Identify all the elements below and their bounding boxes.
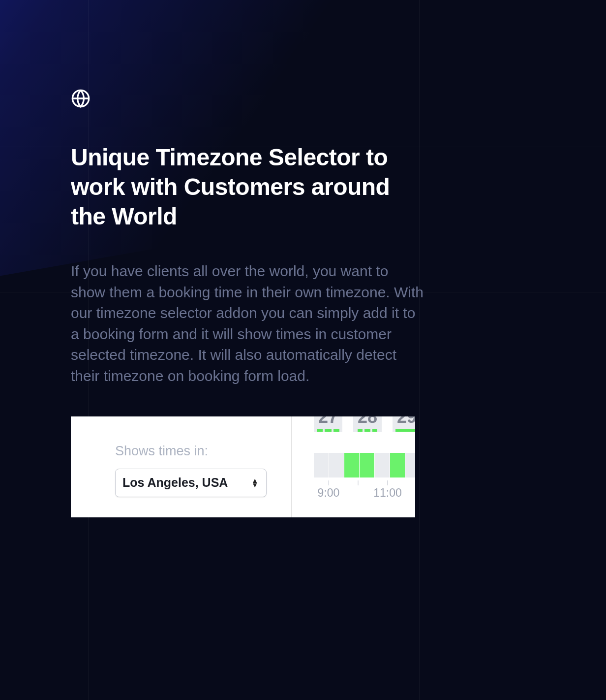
date-number: 27 — [314, 416, 342, 428]
time-slot[interactable] — [405, 453, 415, 477]
time-slot[interactable] — [360, 453, 374, 477]
select-caret-icon: ▲▼ — [251, 479, 258, 487]
timezone-select[interactable]: Los Angeles, USA ▲▼ — [115, 469, 267, 497]
content-container: Unique Timezone Selector to work with Cu… — [0, 0, 606, 517]
date-availability-dots — [353, 428, 382, 432]
availability-panel: 27 28 29 — [292, 416, 415, 517]
time-label: 9:00 — [318, 486, 340, 500]
date-row: 27 28 29 — [292, 416, 415, 432]
time-slot[interactable] — [314, 453, 329, 477]
date-number: 29 — [393, 416, 415, 428]
feature-description: If you have clients all over the world, … — [71, 261, 425, 387]
time-label: 11:00 — [373, 486, 402, 500]
time-tick — [358, 480, 359, 486]
date-availability-dots — [393, 428, 415, 432]
date-cell[interactable]: 28 — [353, 416, 382, 432]
date-number: 28 — [353, 416, 382, 428]
time-axis: 9:00 11:00 — [292, 480, 415, 500]
globe-icon — [71, 89, 91, 108]
date-cell[interactable]: 27 — [314, 416, 342, 432]
time-slot[interactable] — [375, 453, 390, 477]
time-slot[interactable] — [329, 453, 344, 477]
time-slot[interactable] — [390, 453, 405, 477]
time-slots-row — [292, 453, 415, 477]
feature-title: Unique Timezone Selector to work with Cu… — [71, 143, 425, 231]
timezone-selector-panel: Shows times in: Los Angeles, USA ▲▼ — [71, 416, 292, 517]
time-tick: 11:00 — [373, 480, 402, 500]
time-tick: 9:00 — [318, 480, 340, 500]
date-availability-dots — [314, 428, 342, 432]
shows-times-label: Shows times in: — [115, 444, 267, 459]
timezone-select-value: Los Angeles, USA — [122, 476, 228, 490]
booking-preview-card: Shows times in: Los Angeles, USA ▲▼ 27 2… — [71, 416, 415, 517]
date-cell[interactable]: 29 — [393, 416, 415, 432]
time-slot[interactable] — [344, 453, 359, 477]
